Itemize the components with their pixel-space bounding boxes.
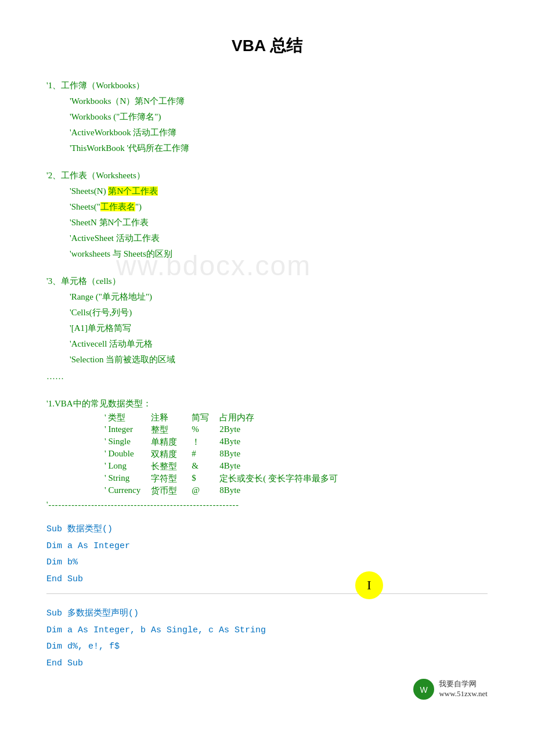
code-line-1-3: Dim b% — [46, 555, 488, 571]
table-header-row: ' 类型 注释 简写 占用内存 — [104, 412, 348, 424]
svg-text:W: W — [420, 685, 428, 694]
code-block-2: Sub 多数据类型声明() Dim a As Integer, b As Sin… — [46, 606, 488, 672]
section-worksheets: '2、工作表（Worksheets） 'Sheets(N) 第N个工作表 'Sh… — [46, 168, 488, 262]
cells-dots: …… — [46, 369, 488, 384]
col-header-note: 注释 — [151, 412, 192, 424]
code-line-1-1: Sub 数据类型() — [46, 521, 488, 538]
section-workbooks: '1、工作簿（Workbooks） 'Workbooks（N）第N个工作簿 'W… — [46, 78, 488, 156]
type-string: ' String — [104, 473, 151, 485]
logo-line1: 我要自学网 — [439, 679, 488, 689]
note-single: 单精度 — [151, 436, 192, 448]
section-workbooks-header: '1、工作簿（Workbooks） — [46, 78, 488, 93]
code-line-2-2: Dim a As Integer, b As Single, c As Stri… — [46, 622, 488, 639]
mem-long: 4Byte — [219, 460, 348, 473]
abbr-currency: @ — [192, 485, 219, 497]
note-integer: 整型 — [151, 424, 192, 436]
logo-line2: www.51zxw.net — [439, 689, 488, 699]
type-single: ' Single — [104, 436, 151, 448]
code-line-2-4: End Sub — [46, 656, 488, 672]
table-row: ' Currency 货币型 @ 8Byte — [104, 485, 348, 497]
code-block-1: Sub 数据类型() Dim a As Integer Dim b% End S… — [46, 521, 488, 594]
cells-item-3: '[A1]单元格简写 — [70, 321, 488, 336]
table-row: ' Long 长整型 & 4Byte — [104, 460, 348, 473]
divider-line: '---------------------------------------… — [46, 501, 488, 510]
logo-text: 我要自学网 www.51zxw.net — [439, 679, 488, 699]
type-currency: ' Currency — [104, 485, 151, 497]
logo-icon: W — [412, 678, 435, 701]
workbooks-item-3: 'ActiveWorkbook 活动工作簿 — [70, 125, 488, 141]
workbooks-item-2: 'Workbooks ("工作簿名") — [70, 109, 488, 125]
worksheets-item-1: 'Sheets(N) 第N个工作表 — [70, 183, 488, 199]
mem-string: 定长或变长( 变长字符串最多可 — [219, 473, 348, 485]
table-row: ' Integer 整型 % 2Byte — [104, 424, 348, 436]
workbooks-item-1: 'Workbooks（N）第N个工作簿 — [70, 93, 488, 109]
col-header-mem: 占用内存 — [219, 412, 348, 424]
logo-area: W 我要自学网 www.51zxw.net — [412, 678, 488, 701]
worksheets-item-4: 'ActiveSheet 活动工作表 — [70, 231, 488, 246]
data-types-header: '1.VBA中的常见数据类型： — [46, 396, 488, 412]
col-header-type: ' 类型 — [104, 412, 151, 424]
cells-item-5: 'Selection 当前被选取的区域 — [70, 352, 488, 368]
note-double: 双精度 — [151, 448, 192, 460]
code-line-1-2: Dim a As Integer — [46, 538, 488, 555]
note-string: 字符型 — [151, 473, 192, 485]
abbr-integer: % — [192, 424, 219, 436]
section-cells-header: '3、单元格（cells） — [46, 273, 488, 289]
mem-double: 8Byte — [219, 448, 348, 460]
section-cells: '3、单元格（cells） 'Range ("单元格地址") 'Cells(行号… — [46, 273, 488, 384]
table-row: ' Double 双精度 # 8Byte — [104, 448, 348, 460]
abbr-string: $ — [192, 473, 219, 485]
note-long: 长整型 — [151, 460, 192, 473]
cells-item-1: 'Range ("单元格地址") — [70, 289, 488, 305]
data-types-table: ' 类型 注释 简写 占用内存 ' Integer 整型 % 2Byte ' S… — [104, 412, 348, 497]
col-header-abbr: 简写 — [192, 412, 219, 424]
workbooks-item-4: 'ThisWorkBook '代码所在工作簿 — [70, 141, 488, 156]
code-line-1-4: End Sub — [46, 571, 488, 588]
type-integer: ' Integer — [104, 424, 151, 436]
code-line-2-3: Dim d%, e!, f$ — [46, 639, 488, 656]
cells-item-4: 'Activecell 活动单元格 — [70, 336, 488, 352]
type-double: ' Double — [104, 448, 151, 460]
worksheets-item-5: 'worksheets 与 Sheets的区别 — [70, 246, 488, 262]
mem-single: 4Byte — [219, 436, 348, 448]
worksheets-item-3: 'SheetN 第N个工作表 — [70, 215, 488, 231]
abbr-single: ！ — [192, 436, 219, 448]
abbr-double: # — [192, 448, 219, 460]
page-title: VBA 总结 — [46, 35, 488, 57]
mem-currency: 8Byte — [219, 485, 348, 497]
note-currency: 货币型 — [151, 485, 192, 497]
section-worksheets-header: '2、工作表（Worksheets） — [46, 168, 488, 183]
mem-integer: 2Byte — [219, 424, 348, 436]
worksheets-item-2: 'Sheets("工作表名") — [70, 199, 488, 215]
code-line-2-1: Sub 多数据类型声明() — [46, 606, 488, 622]
cells-item-2: 'Cells(行号,列号) — [70, 305, 488, 321]
type-long: ' Long — [104, 460, 151, 473]
abbr-long: & — [192, 460, 219, 473]
table-row: ' Single 单精度 ！ 4Byte — [104, 436, 348, 448]
table-row: ' String 字符型 $ 定长或变长( 变长字符串最多可 — [104, 473, 348, 485]
text-cursor[interactable]: I — [355, 571, 383, 599]
section-data-types: '1.VBA中的常见数据类型： ' 类型 注释 简写 占用内存 ' Intege… — [46, 396, 488, 510]
